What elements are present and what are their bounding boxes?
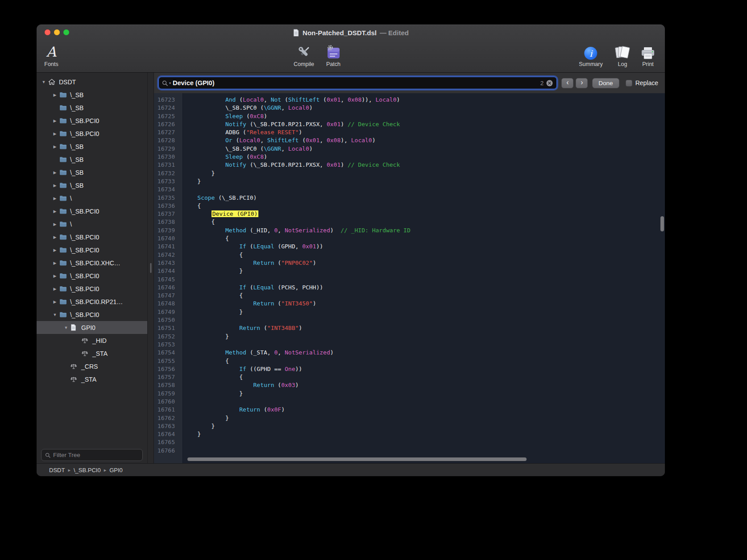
tree-item-sbpci0xhc[interactable]: ▶\_SB.PCI0.XHC…: [37, 256, 147, 269]
search-icon[interactable]: [162, 80, 168, 86]
close-button[interactable]: [45, 29, 50, 35]
main-pane: ▾ 2 ‹ › Done: [154, 73, 665, 463]
code-token: [183, 153, 225, 160]
tree-item-sb[interactable]: ▶\_SB: [37, 88, 147, 101]
code-text: Sleep (0xC8): [179, 112, 267, 120]
folder-icon: [59, 260, 69, 266]
folder-icon: [59, 92, 69, 98]
tree-item-sta[interactable]: _STA: [37, 373, 147, 386]
code-text: Method (_STA, 0, NotSerialized): [179, 349, 334, 357]
disclosure-closed-icon[interactable]: ▶: [50, 93, 59, 97]
find-previous-button[interactable]: ‹: [561, 78, 573, 88]
zoom-button[interactable]: [63, 29, 69, 35]
disclosure-closed-icon[interactable]: ▶: [50, 170, 59, 175]
filter-tree-input[interactable]: [53, 452, 139, 458]
code-token: }: [183, 268, 243, 274]
minimize-button[interactable]: [54, 29, 60, 35]
replace-checkbox[interactable]: [626, 80, 632, 86]
disclosure-closed-icon[interactable]: ▶: [50, 119, 59, 123]
disclosure-closed-icon[interactable]: ▶: [50, 183, 59, 188]
code-text: [179, 398, 183, 406]
code-token: }: [183, 423, 215, 429]
summary-button[interactable]: i Summary: [579, 41, 602, 67]
fonts-button[interactable]: A Fonts: [44, 41, 58, 67]
disclosure-closed-icon[interactable]: ▶: [50, 300, 59, 304]
disclosure-open-icon[interactable]: ▼: [39, 80, 48, 84]
disclosure-open-icon[interactable]: ▼: [50, 313, 59, 317]
code-line: 16746 If (LEqual (PCHS, PCHH)): [154, 284, 665, 292]
disclosure-closed-icon[interactable]: ▶: [50, 132, 59, 136]
tree-item-[interactable]: ▶\: [37, 192, 147, 205]
compile-button[interactable]: Compile: [294, 41, 314, 67]
tree-item-dsdt[interactable]: ▼DSDT: [37, 75, 147, 88]
search-icon: [45, 453, 50, 458]
tree-item-sbpci0[interactable]: ▶\_SB.PCI0: [37, 127, 147, 140]
tree-item-sb[interactable]: ▶\_SB: [37, 140, 147, 153]
code-token: (\_SB.PCI0.RP21.PXSX,: [246, 121, 327, 128]
search-history-chevron-icon[interactable]: ▾: [169, 81, 171, 85]
disclosure-closed-icon[interactable]: ▶: [50, 261, 59, 265]
line-number: 16752: [154, 333, 179, 341]
disclosure-closed-icon[interactable]: ▶: [50, 248, 59, 252]
code-token: ): [313, 300, 316, 307]
code-token: ): [281, 406, 285, 413]
vertical-scrollbar-thumb[interactable]: [660, 216, 664, 231]
folder-icon: [59, 247, 69, 253]
line-number: 16748: [154, 300, 179, 308]
code-token: [183, 227, 225, 234]
tree-item-sbpci0rp21[interactable]: ▶\_SB.PCI0.RP21…: [37, 295, 147, 308]
tree-item-sb[interactable]: \_SB: [37, 101, 147, 114]
code-token: ): [330, 349, 334, 356]
code-line: 16763 }: [154, 422, 665, 430]
patch-button[interactable]: Patch: [325, 41, 341, 67]
disclosure-closed-icon[interactable]: ▶: [50, 274, 59, 278]
tree-item-hid[interactable]: _HID: [37, 334, 147, 347]
tree-item-sbpci0[interactable]: ▶\_SB.PCI0: [37, 205, 147, 218]
horizontal-scrollbar-thumb[interactable]: [187, 457, 527, 461]
find-next-button[interactable]: ›: [576, 78, 588, 88]
code-text: }: [179, 333, 229, 341]
tree-item-gpi0[interactable]: ▼GPI0: [37, 321, 147, 334]
code-text: [179, 185, 183, 194]
code-token: (_STA,: [246, 349, 274, 356]
breadcrumb-item[interactable]: \_SB.PCI0: [74, 467, 101, 474]
code-text: Or (Local0, ShiftLeft (0x01, 0x08), Loca…: [179, 136, 376, 144]
find-search-field[interactable]: ▾ 2: [158, 77, 557, 89]
disclosure-closed-icon[interactable]: ▶: [50, 222, 59, 226]
print-button[interactable]: Print: [640, 41, 656, 67]
disclosure-closed-icon[interactable]: ▶: [50, 235, 59, 239]
disclosure-closed-icon[interactable]: ▶: [50, 144, 59, 149]
find-query-input[interactable]: [173, 79, 539, 86]
tree-item-sta[interactable]: _STA: [37, 347, 147, 360]
filter-tree-field[interactable]: [41, 449, 143, 461]
tree-item-sb[interactable]: ▶\_SB: [37, 166, 147, 179]
disclosure-closed-icon[interactable]: ▶: [50, 196, 59, 201]
code-token: [183, 161, 225, 168]
line-number: 16760: [154, 398, 179, 406]
window-chrome: Non-Patched_DSDT.dsl — Edited A Fonts: [37, 25, 665, 73]
tree-item-sbpci0[interactable]: ▶\_SB.PCI0: [37, 282, 147, 295]
tree-item-sbpci0[interactable]: ▼\_SB.PCI0: [37, 308, 147, 321]
tree-item-sbpci0[interactable]: ▶\_SB.PCI0: [37, 269, 147, 282]
tree-item-sbpci0[interactable]: ▶\_SB.PCI0: [37, 243, 147, 256]
sidebar-splitter[interactable]: [147, 73, 154, 463]
tree-item-crs[interactable]: _CRS: [37, 360, 147, 373]
tree-item-sb[interactable]: \_SB: [37, 153, 147, 166]
done-button[interactable]: Done: [592, 78, 619, 88]
code-token: Notify: [225, 161, 246, 168]
tree-item-[interactable]: ▶\: [37, 218, 147, 231]
tree-item-sbpci0[interactable]: ▶\_SB.PCI0: [37, 231, 147, 243]
disclosure-open-icon[interactable]: ▼: [62, 325, 71, 330]
log-button[interactable]: Log: [614, 41, 631, 67]
tree-item-sbpci0[interactable]: ▶\_SB.PCI0: [37, 114, 147, 127]
breadcrumb-item[interactable]: DSDT: [49, 467, 65, 474]
clear-search-button[interactable]: [546, 80, 553, 86]
titlebar[interactable]: Non-Patched_DSDT.dsl — Edited: [37, 25, 665, 41]
disclosure-closed-icon[interactable]: ▶: [50, 287, 59, 291]
disclosure-closed-icon[interactable]: ▶: [50, 209, 59, 214]
tree-item-sb[interactable]: ▶\_SB: [37, 179, 147, 192]
code-editor[interactable]: 16723 And (Local0, Not (ShiftLeft (0x01,…: [154, 93, 665, 463]
code-text: [179, 438, 183, 446]
code-line: 16736 {: [154, 202, 665, 210]
breadcrumb-item[interactable]: GPI0: [109, 467, 123, 474]
